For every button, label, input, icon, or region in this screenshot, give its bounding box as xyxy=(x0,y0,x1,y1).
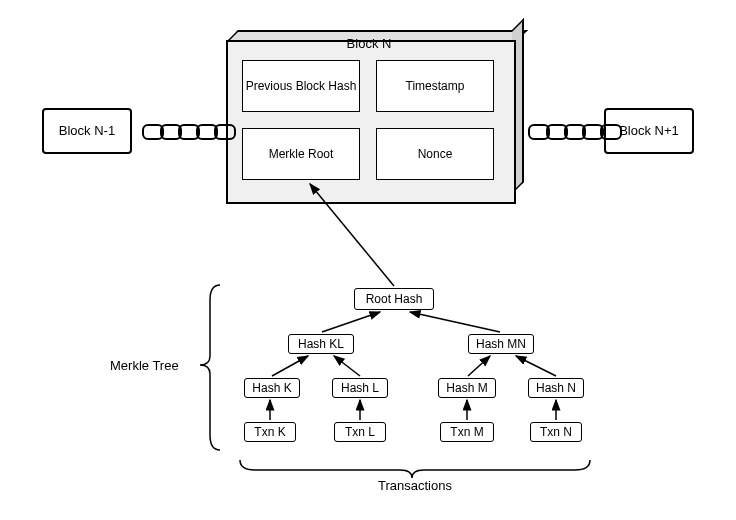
merkle-root-box: Merkle Root xyxy=(242,128,360,180)
svg-line-4 xyxy=(272,356,308,376)
svg-line-7 xyxy=(516,356,556,376)
hash-k-box: Hash K xyxy=(244,378,300,398)
svg-line-3 xyxy=(410,312,500,332)
block-n-title: Block N xyxy=(226,36,512,51)
chain-link-icon xyxy=(214,124,236,140)
nonce-box: Nonce xyxy=(376,128,494,180)
merkle-tree-label: Merkle Tree xyxy=(110,358,179,373)
chain-left xyxy=(142,124,236,140)
chain-right xyxy=(528,124,622,140)
timestamp-box: Timestamp xyxy=(376,60,494,112)
transactions-label: Transactions xyxy=(378,478,452,493)
root-hash-box: Root Hash xyxy=(354,288,434,310)
txn-m-box: Txn M xyxy=(440,422,494,442)
txn-n-box: Txn N xyxy=(530,422,582,442)
txn-l-box: Txn L xyxy=(334,422,386,442)
previous-block-hash-box: Previous Block Hash xyxy=(242,60,360,112)
hash-mn-box: Hash MN xyxy=(468,334,534,354)
txn-k-box: Txn K xyxy=(244,422,296,442)
hash-n-box: Hash N xyxy=(528,378,584,398)
chain-link-icon xyxy=(600,124,622,140)
block-prev: Block N-1 xyxy=(42,108,132,154)
svg-line-5 xyxy=(334,356,360,376)
svg-line-6 xyxy=(468,356,490,376)
hash-m-box: Hash M xyxy=(438,378,496,398)
hash-l-box: Hash L xyxy=(332,378,388,398)
svg-line-2 xyxy=(322,312,380,332)
hash-kl-box: Hash KL xyxy=(288,334,354,354)
